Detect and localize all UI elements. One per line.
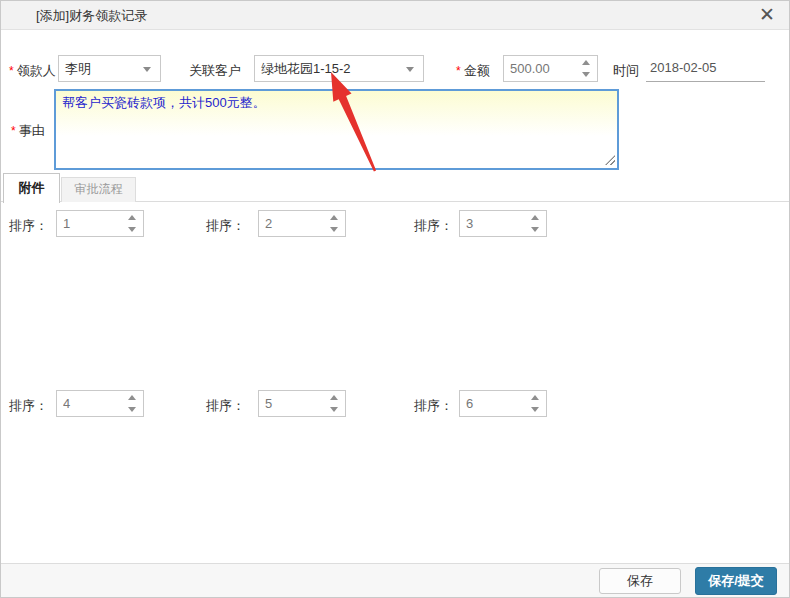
required-marker: * [11,124,16,138]
sort-label: 排序： [206,397,245,415]
customer-select-value: 绿地花园1-15-2 [261,61,351,76]
spinner-up-icon[interactable] [330,395,338,400]
tab-attachments[interactable]: 附件 [3,173,60,203]
chevron-down-icon [406,67,414,72]
spinner-up-icon[interactable] [531,215,539,220]
sort-label: 排序： [9,217,48,235]
required-marker: * [9,64,14,78]
chevron-down-icon [143,67,151,72]
amount-label: *金额 [456,62,490,80]
amount-field [503,55,598,82]
customer-select[interactable]: 绿地花园1-15-2 [254,55,424,82]
number-spinner [128,215,137,232]
payee-label: *领款人 [9,62,56,80]
spinner-up-icon[interactable] [128,215,136,220]
spinner-down-icon[interactable] [582,72,590,77]
sort-label: 排序： [414,217,453,235]
close-icon: ✕ [759,4,775,25]
dialog-title: [添加]财务领款记录 [36,1,147,30]
spinner-down-icon[interactable] [330,407,338,412]
sort-label: 排序： [9,397,48,415]
tab-approval-flow[interactable]: 审批流程 [61,177,136,202]
reason-textarea[interactable]: 帮客户买瓷砖款项，共计500元整。 [54,89,619,170]
number-spinner [128,395,137,412]
number-spinner [531,395,540,412]
spinner-up-icon[interactable] [128,395,136,400]
number-spinner [330,215,339,232]
reason-field: 帮客户买瓷砖款项，共计500元整。 [54,89,619,170]
sort-field-5 [258,390,346,417]
number-spinner [330,395,339,412]
spinner-down-icon[interactable] [330,227,338,232]
save-button[interactable]: 保存 [599,568,681,594]
number-spinner [531,215,540,232]
sort-field-3 [459,210,547,237]
spinner-up-icon[interactable] [531,395,539,400]
spinner-up-icon[interactable] [330,215,338,220]
sort-field-4 [56,390,144,417]
payee-select-value: 李明 [65,61,91,76]
close-button[interactable]: ✕ [755,3,779,27]
sort-label: 排序： [206,217,245,235]
payee-select[interactable]: 李明 [58,55,161,82]
required-marker: * [456,64,461,78]
sort-field-6 [459,390,547,417]
date-field[interactable]: 2018-02-05 [646,56,765,82]
add-payment-record-dialog: [添加]财务领款记录 ✕ *领款人 李明 关联客户 绿地花园1-15-2 *金额… [0,0,790,598]
customer-label: 关联客户 [189,62,241,80]
reason-label: *事由 [11,122,45,140]
spinner-down-icon[interactable] [531,407,539,412]
date-label: 时间 [613,62,639,80]
sort-field-2 [258,210,346,237]
save-submit-button[interactable]: 保存/提交 [695,567,777,595]
spinner-down-icon[interactable] [128,227,136,232]
spinner-down-icon[interactable] [531,227,539,232]
sort-field-1 [56,210,144,237]
spinner-up-icon[interactable] [582,60,590,65]
dialog-titlebar: [添加]财务领款记录 ✕ [1,1,789,30]
amount-spinner [582,60,591,77]
sort-label: 排序： [414,397,453,415]
spinner-down-icon[interactable] [128,407,136,412]
